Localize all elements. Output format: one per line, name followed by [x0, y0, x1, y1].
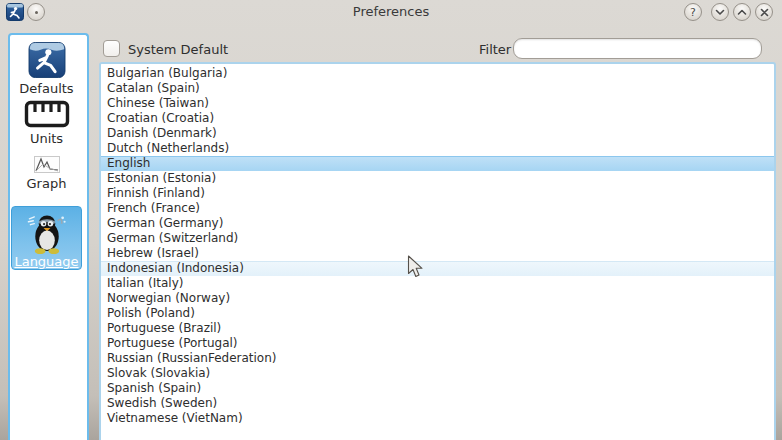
list-item[interactable]: Swedish (Sweden)	[101, 396, 774, 411]
list-item[interactable]: Hebrew (Israel)	[101, 246, 774, 261]
list-item[interactable]: Polish (Poland)	[101, 306, 774, 321]
list-item[interactable]: Vietnamese (VietNam)	[101, 411, 774, 426]
filter-label: Filter	[479, 42, 511, 57]
close-button[interactable]	[755, 3, 773, 21]
list-item[interactable]: English	[101, 156, 774, 171]
list-item[interactable]: French (France)	[101, 201, 774, 216]
list-item[interactable]: Chinese (Taiwan)	[101, 96, 774, 111]
penguin-icon	[25, 211, 69, 254]
list-item[interactable]: German (Switzerland)	[101, 231, 774, 246]
sidebar-item-label: Defaults	[19, 81, 73, 96]
preferences-window: Preferences ?	[0, 0, 782, 440]
list-item[interactable]: Russian (RussianFederation)	[101, 351, 774, 366]
list-item[interactable]: Catalan (Spain)	[101, 81, 774, 96]
filter-input[interactable]	[513, 38, 762, 59]
sidebar-item-defaults[interactable]: Defaults	[10, 38, 83, 96]
chevron-down-icon	[715, 9, 725, 16]
maximize-button[interactable]	[733, 3, 751, 21]
list-item[interactable]: Indonesian (Indonesia)	[101, 261, 774, 276]
list-item[interactable]: Bulgarian (Bulgaria)	[101, 66, 774, 81]
graph-icon	[34, 156, 60, 173]
system-default-checkbox[interactable]	[103, 40, 120, 57]
language-list: Bulgarian (Bulgaria)Catalan (Spain)Chine…	[99, 62, 776, 440]
list-item[interactable]: Portuguese (Brazil)	[101, 321, 774, 336]
window-title: Preferences	[0, 4, 782, 19]
list-item[interactable]: Spanish (Spain)	[101, 381, 774, 396]
sidebar-item-label: Language	[14, 254, 78, 269]
ruler-icon	[24, 100, 70, 128]
sidebar-item-graph[interactable]: Graph	[10, 152, 83, 198]
category-sidebar: Defaults Units Graph	[8, 33, 89, 440]
list-item[interactable]: Dutch (Netherlands)	[101, 141, 774, 156]
list-item[interactable]: Slovak (Slovakia)	[101, 366, 774, 381]
question-icon: ?	[690, 7, 696, 18]
diver-icon	[26, 42, 68, 78]
chevron-up-icon	[737, 9, 747, 16]
list-item[interactable]: Danish (Denmark)	[101, 126, 774, 141]
list-item[interactable]: Estonian (Estonia)	[101, 171, 774, 186]
sidebar-item-language[interactable]: Language	[11, 206, 82, 270]
list-item[interactable]: Finnish (Finland)	[101, 186, 774, 201]
sidebar-item-label: Graph	[27, 176, 67, 191]
help-button[interactable]: ?	[684, 3, 702, 21]
titlebar: Preferences ?	[0, 0, 782, 26]
list-item[interactable]: Portuguese (Portugal)	[101, 336, 774, 351]
sidebar-item-label: Units	[30, 131, 63, 146]
sidebar-item-units[interactable]: Units	[10, 96, 83, 152]
close-icon	[760, 8, 769, 17]
shade-button[interactable]	[711, 3, 729, 21]
system-default-label: System Default	[128, 42, 228, 57]
list-item[interactable]: Italian (Italy)	[101, 276, 774, 291]
list-item[interactable]: German (Germany)	[101, 216, 774, 231]
list-item[interactable]: Croatian (Croatia)	[101, 111, 774, 126]
list-item[interactable]: Norwegian (Norway)	[101, 291, 774, 306]
